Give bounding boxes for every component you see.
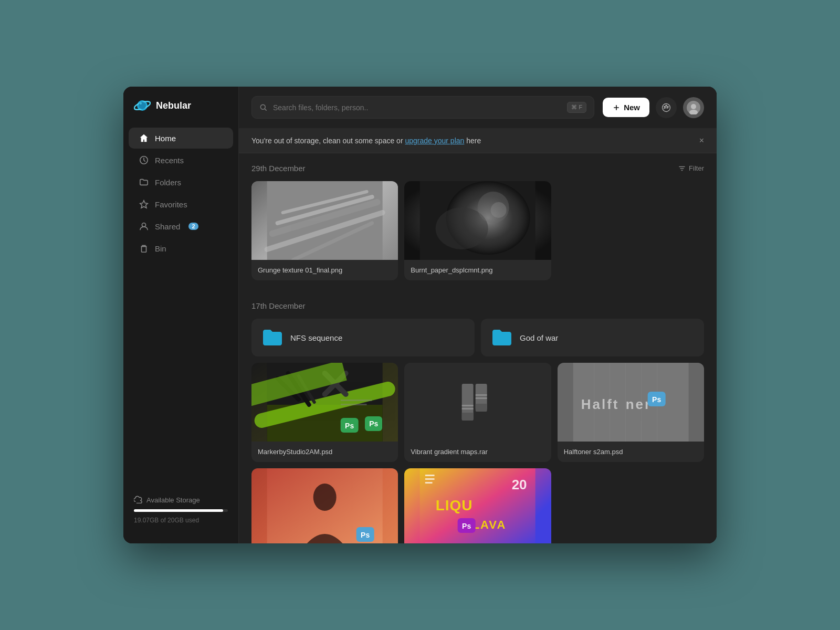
storage-bar-bg [134, 509, 228, 512]
grunge-visual [251, 181, 398, 260]
svg-rect-48 [462, 405, 474, 406]
svg-rect-69 [425, 482, 433, 484]
palette-icon [662, 103, 671, 112]
sidebar-item-shared[interactable]: Shared 2 [129, 216, 233, 237]
svg-text:Ps: Ps [361, 531, 370, 539]
palette-button[interactable] [656, 97, 677, 118]
sidebar: Nebular Home Recents [123, 87, 239, 543]
sidebar-item-favorites[interactable]: Favorites [129, 194, 233, 215]
section-dec17: 17th December NFS sequence [239, 291, 717, 543]
file-card[interactable]: Halft ner Ps Halftoner s2am.psd [558, 363, 704, 462]
folder-card-gow[interactable]: God of war [481, 319, 704, 356]
file-name: Vibrant gradient maps.rar [404, 442, 551, 462]
file-card[interactable]: Ps MarkerbyStudio2AM.psd [251, 363, 398, 462]
storage-banner: You're out of storage, clean out some sp… [239, 129, 717, 153]
svg-point-3 [140, 102, 142, 104]
svg-rect-7 [142, 246, 146, 252]
svg-point-15 [691, 104, 696, 109]
search-box[interactable]: ⌘ F [251, 96, 594, 119]
storage-used-text: 19.07GB of 20GB used [134, 517, 199, 524]
file-thumbnail-vibrant [404, 363, 551, 442]
app-window: Nebular Home Recents [123, 87, 717, 543]
file-thumbnail-lava: LIQU 20 LAVA Ps [404, 468, 551, 543]
filter-button[interactable]: Filter [678, 164, 704, 172]
upgrade-link[interactable]: upgrade your plan [405, 136, 464, 145]
sidebar-item-recents[interactable]: Recents [129, 150, 233, 171]
svg-text:20: 20 [512, 477, 527, 492]
storage-section: Available Storage 19.07GB of 20GB used [123, 487, 238, 533]
svg-point-30 [491, 202, 507, 218]
folder-svg [263, 330, 282, 345]
search-shortcut: ⌘ F [567, 102, 586, 113]
top-bar: ⌘ F New [239, 87, 717, 129]
sidebar-item-home[interactable]: Home [129, 128, 233, 149]
svg-text:Ps: Ps [345, 422, 354, 430]
top-actions: New [603, 97, 704, 118]
svg-point-8 [260, 104, 265, 109]
file-card[interactable]: Vibrant gradient maps.rar [404, 363, 551, 462]
portrait-visual: Ps [251, 468, 398, 543]
avatar[interactable] [683, 97, 704, 118]
folder-name-nfs: NFS sequence [290, 333, 342, 342]
file-thumbnail-halftoner: Halft ner Ps [558, 363, 704, 442]
svg-rect-51 [476, 397, 487, 399]
svg-text:LIQU: LIQU [436, 497, 473, 513]
svg-rect-49 [462, 408, 474, 410]
file-thumbnail-marker: Ps [251, 363, 398, 442]
filter-icon [678, 165, 686, 172]
main-content: ⌘ F New [239, 87, 717, 543]
svg-text:Halft: Halft [581, 396, 619, 412]
banner-close-button[interactable]: × [699, 136, 704, 145]
sidebar-nav: Home Recents Folders [123, 127, 238, 260]
section-header-dec29: 29th December Filter [251, 164, 704, 173]
content-area: 29th December Filter [239, 153, 717, 543]
avatar-image [687, 101, 700, 114]
file-name: Grunge texture 01_final.png [251, 260, 398, 280]
folder-card-nfs[interactable]: NFS sequence [251, 319, 475, 356]
new-button[interactable]: New [603, 98, 649, 117]
svg-rect-68 [425, 478, 435, 480]
sidebar-item-folders[interactable]: Folders [129, 172, 233, 193]
section-title-dec29: 29th December [251, 164, 306, 173]
file-name: Halftoner s2am.psd [558, 442, 704, 462]
section-header-dec17: 17th December [251, 301, 704, 310]
logo-icon [134, 97, 151, 114]
svg-point-2 [139, 102, 146, 109]
section-dec29: 29th December Filter [239, 153, 717, 291]
svg-point-63 [313, 484, 337, 511]
svg-line-9 [265, 109, 267, 111]
svg-rect-40 [341, 404, 367, 405]
file-name: MarkerbyStudio2AM.psd [251, 442, 398, 462]
file-thumbnail-burnt [404, 181, 551, 260]
section-title-dec17: 17th December [251, 301, 306, 310]
storage-bar-fill [134, 509, 223, 512]
plus-icon [612, 103, 621, 112]
file-card[interactable]: Ps — [251, 468, 398, 543]
banner-message: You're out of storage, clean out some sp… [251, 136, 481, 145]
storage-label-area: Available Storage [134, 496, 228, 504]
folder-icon-nfs [262, 327, 283, 348]
svg-text:Ps: Ps [652, 395, 661, 404]
svg-rect-47 [476, 404, 487, 412]
halftoner-visual: Halft ner Ps [558, 363, 704, 442]
file-card[interactable]: Burnt_paper_dsplcmnt.png [404, 181, 551, 280]
app-name: Nebular [156, 100, 191, 111]
search-input[interactable] [273, 103, 562, 112]
svg-rect-46 [462, 413, 474, 421]
file-name: Burnt_paper_dsplcmnt.png [404, 260, 551, 280]
folder-svg [492, 330, 511, 345]
file-card[interactable]: LIQU 20 LAVA Ps — [404, 468, 551, 543]
cloud-icon [134, 496, 142, 504]
svg-point-13 [667, 106, 668, 107]
files-grid-dec17: Ps MarkerbyStudio2AM.psd [251, 363, 704, 543]
folder-name-gow: God of war [520, 333, 558, 342]
folder-icon [139, 177, 149, 187]
file-card[interactable]: Grunge texture 01_final.png [251, 181, 398, 280]
star-icon [139, 200, 149, 209]
folder-row: NFS sequence God of war [251, 319, 704, 356]
lava-visual: LIQU 20 LAVA Ps [404, 468, 551, 543]
sidebar-item-bin[interactable]: Bin [129, 238, 233, 259]
clock-icon [139, 155, 149, 165]
svg-rect-39 [341, 400, 372, 401]
marker-visual: Ps [251, 363, 398, 442]
